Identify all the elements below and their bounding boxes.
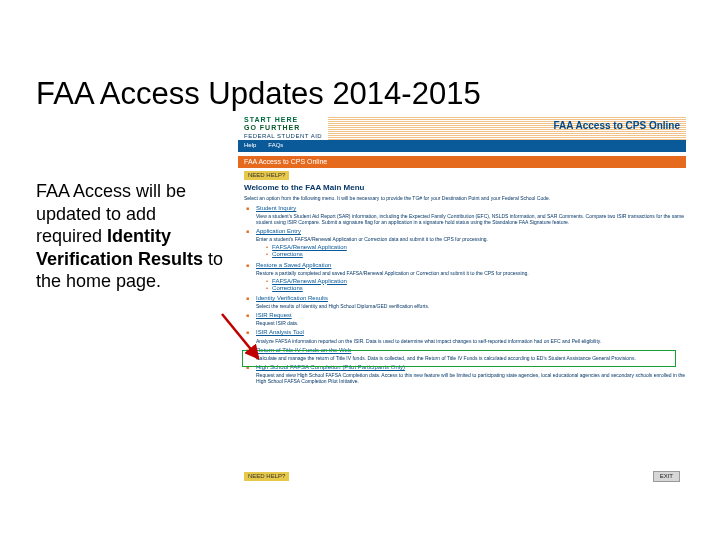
desc-identity-verification: Select the results of Identity and High … xyxy=(256,303,686,309)
desc-isir-request: Request ISIR data. xyxy=(256,320,686,326)
item-student-inquiry: Student Inquiry View a student's Student… xyxy=(256,205,686,225)
page-title: FAA Access Updates 2014-2015 xyxy=(36,76,481,112)
item-application-entry: Application Entry Enter a student's FAFS… xyxy=(256,228,686,259)
link-restore-saved[interactable]: Restore a Saved Application xyxy=(256,262,331,268)
item-hs-fafsa: High School FAFSA Completion (Pilot Part… xyxy=(256,364,686,384)
need-help-bottom[interactable]: NEED HELP? xyxy=(244,472,289,481)
main-menu-list: Student Inquiry View a student's Student… xyxy=(238,205,686,384)
item-identity-verification: Identity Verification Results Select the… xyxy=(256,295,686,309)
fsa-logo: START HERE GO FURTHER FEDERAL STUDENT AI… xyxy=(244,116,322,140)
welcome-intro: Select an option from the following menu… xyxy=(238,193,686,205)
bottom-bar: NEED HELP? EXIT xyxy=(244,471,680,482)
breadcrumb: FAA Access to CPS Online xyxy=(238,156,686,168)
desc-hs-fafsa: Request and view High School FAFSA Compl… xyxy=(256,372,686,384)
desc-isir-analysis: Analyze FAFSA information reported on th… xyxy=(256,338,686,344)
link-application-entry[interactable]: Application Entry xyxy=(256,228,301,234)
svg-line-0 xyxy=(222,314,258,358)
link-return-title-iv[interactable]: Return of Title IV Funds on the Web xyxy=(256,347,351,353)
link-hs-fafsa[interactable]: High School FAFSA Completion (Pilot Part… xyxy=(256,364,405,370)
item-isir-analysis: ISIR Analysis Tool Analyze FAFSA informa… xyxy=(256,329,686,343)
sub-application-entry: FAFSA/Renewal Application Corrections xyxy=(256,244,686,258)
desc-application-entry: Enter a student's FAFSA/Renewal Applicat… xyxy=(256,236,686,242)
desc-return-title-iv: Calculate and manage the return of Title… xyxy=(256,355,686,361)
sublink-corrections-2[interactable]: Corrections xyxy=(272,285,303,291)
sublink-corrections-1[interactable]: Corrections xyxy=(272,251,303,257)
need-help-top[interactable]: NEED HELP? xyxy=(244,171,289,180)
breadcrumb-text: FAA Access to CPS Online xyxy=(244,158,327,166)
item-restore-saved: Restore a Saved Application Restore a pa… xyxy=(256,262,686,293)
tab-faqs[interactable]: FAQs xyxy=(268,142,283,149)
desc-student-inquiry: View a student's Student Aid Report (SAR… xyxy=(256,213,686,225)
embedded-screenshot: START HERE GO FURTHER FEDERAL STUDENT AI… xyxy=(238,116,686,488)
sub-restore-saved: FAFSA/Renewal Application Corrections xyxy=(256,278,686,292)
tab-bar: Help FAQs xyxy=(238,140,686,152)
logo-bottom: FEDERAL STUDENT AID xyxy=(244,133,322,140)
app-banner: START HERE GO FURTHER FEDERAL STUDENT AI… xyxy=(238,116,686,140)
link-identity-verification[interactable]: Identity Verification Results xyxy=(256,295,328,301)
logo-mid: GO FURTHER xyxy=(244,124,322,132)
banner-stripes: FAA Access to CPS Online xyxy=(328,116,686,140)
body-paragraph: FAA Access will be updated to add requir… xyxy=(36,180,226,293)
welcome-heading: Welcome to the FAA Main Menu xyxy=(238,183,686,193)
item-return-title-iv: Return of Title IV Funds on the Web Calc… xyxy=(256,347,686,361)
exit-button[interactable]: EXIT xyxy=(653,471,680,482)
app-title: FAA Access to CPS Online xyxy=(553,120,680,132)
sublink-fafsa-2[interactable]: FAFSA/Renewal Application xyxy=(272,278,347,284)
annotation-arrow-icon xyxy=(218,310,268,370)
desc-restore-saved: Restore a partially completed and saved … xyxy=(256,270,686,276)
logo-top: START HERE xyxy=(244,116,322,124)
item-isir-request: ISIR Request Request ISIR data. xyxy=(256,312,686,326)
tab-help[interactable]: Help xyxy=(244,142,256,149)
sublink-fafsa-1[interactable]: FAFSA/Renewal Application xyxy=(272,244,347,250)
link-student-inquiry[interactable]: Student Inquiry xyxy=(256,205,296,211)
